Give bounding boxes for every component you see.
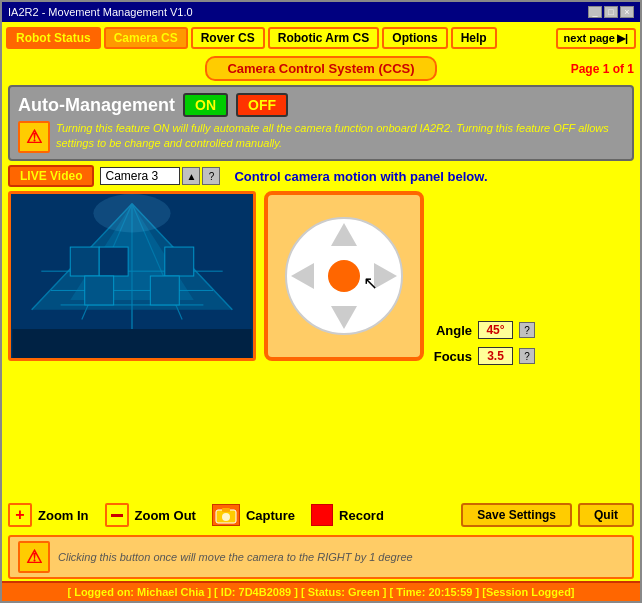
angle-label: Angle (432, 323, 472, 338)
svg-point-19 (328, 260, 360, 292)
svg-rect-12 (99, 247, 128, 276)
auto-management-description: ⚠ Turning this feature ON will fully aut… (18, 121, 624, 153)
joystick-panel: ↖ (264, 191, 424, 361)
record-label: Record (339, 508, 384, 523)
focus-help-button[interactable]: ? (519, 348, 535, 364)
bottom-controls: + Zoom In Zoom Out (8, 499, 384, 531)
page-number: Page 1 of 1 (571, 62, 634, 76)
auto-management-on-button[interactable]: ON (183, 93, 228, 117)
nav-bar: Robot Status Camera CS Rover CS Robotic … (2, 22, 640, 54)
page-header: Camera Control System (CCS) Page 1 of 1 (8, 56, 634, 81)
svg-rect-17 (12, 329, 251, 358)
next-page-icon: ▶| (617, 32, 628, 45)
auto-management-header: Auto-Management ON OFF (18, 93, 624, 117)
warning-icon: ⚠ (18, 121, 50, 153)
zoom-out-label: Zoom Out (135, 508, 196, 523)
tab-robotic-arm-cs[interactable]: Robotic Arm CS (268, 27, 380, 49)
svg-rect-15 (150, 276, 179, 305)
main-content: ↖ Angle 45° ? Focus 3.5 ? (8, 191, 634, 495)
save-quit-row: Save Settings Quit (461, 503, 634, 527)
focus-value: 3.5 (478, 347, 513, 365)
focus-label: Focus (432, 349, 472, 364)
tab-rover-cs[interactable]: Rover CS (191, 27, 265, 49)
auto-management-text: Turning this feature ON will fully autom… (56, 121, 624, 152)
minimize-button[interactable]: _ (588, 6, 602, 18)
zoom-in-icon[interactable]: + (8, 503, 32, 527)
app-window: IA2R2 - Movement Management V1.0 _ □ × R… (0, 0, 642, 603)
focus-row: Focus 3.5 ? (432, 347, 634, 365)
zoom-out-icon[interactable] (105, 503, 129, 527)
window-title: IA2R2 - Movement Management V1.0 (8, 6, 193, 18)
motion-label: Control camera motion with panel below. (234, 169, 487, 184)
zoom-in-label: Zoom In (38, 508, 89, 523)
video-feed (8, 191, 256, 361)
record-icon[interactable] (311, 504, 333, 526)
tab-options[interactable]: Options (382, 27, 447, 49)
next-page-button[interactable]: next page ▶| (556, 28, 636, 49)
record-item: Record (311, 504, 384, 526)
angle-value: 45° (478, 321, 513, 339)
angle-focus-panel: Angle 45° ? Focus 3.5 ? (432, 191, 634, 495)
system-title-button[interactable]: Camera Control System (CCS) (205, 56, 436, 81)
camera-help-button[interactable]: ? (202, 167, 220, 185)
quit-button[interactable]: Quit (578, 503, 634, 527)
status-bar: [ Logged on: Michael Chia ] [ ID: 7D4B20… (2, 581, 640, 601)
angle-help-button[interactable]: ? (519, 322, 535, 338)
save-settings-button[interactable]: Save Settings (461, 503, 572, 527)
next-page-label: next page (564, 32, 615, 44)
tab-help[interactable]: Help (451, 27, 497, 49)
title-bar-controls: _ □ × (588, 6, 634, 18)
auto-management-panel: Auto-Management ON OFF ⚠ Turning this fe… (8, 85, 634, 161)
tab-robot-status[interactable]: Robot Status (6, 27, 101, 49)
hint-bar: ⚠ Clicking this button once will move th… (8, 535, 634, 579)
camera-dropdown-button[interactable]: ▲ (182, 167, 200, 185)
svg-rect-23 (222, 508, 230, 512)
camera-select-area: ▲ ? (100, 167, 220, 185)
title-bar: IA2R2 - Movement Management V1.0 _ □ × (2, 2, 640, 22)
status-bar-text: [ Logged on: Michael Chia ] [ ID: 7D4B20… (67, 586, 574, 598)
page-area: Camera Control System (CCS) Page 1 of 1 … (2, 54, 640, 581)
svg-rect-11 (70, 247, 99, 276)
tab-camera-cs[interactable]: Camera CS (104, 27, 188, 49)
camera-select-input[interactable] (100, 167, 180, 185)
svg-point-22 (222, 513, 230, 521)
capture-item: Capture (212, 504, 295, 526)
controls-save-row: + Zoom In Zoom Out (8, 499, 634, 531)
camera-visual-svg (11, 194, 253, 358)
svg-rect-13 (165, 247, 194, 276)
svg-rect-14 (85, 276, 114, 305)
svg-point-16 (93, 194, 170, 233)
live-video-button[interactable]: LIVE Video (8, 165, 94, 187)
capture-label: Capture (246, 508, 295, 523)
auto-management-off-button[interactable]: OFF (236, 93, 288, 117)
auto-management-title: Auto-Management (18, 95, 175, 116)
svg-text:↖: ↖ (363, 273, 378, 293)
hint-text: Clicking this button once will move the … (58, 551, 413, 563)
joystick-svg[interactable]: ↖ (279, 211, 409, 341)
angle-row: Angle 45° ? (432, 321, 634, 339)
maximize-button[interactable]: □ (604, 6, 618, 18)
hint-warning-icon: ⚠ (18, 541, 50, 573)
zoom-in-item: + Zoom In (8, 503, 89, 527)
close-button[interactable]: × (620, 6, 634, 18)
camera-row: LIVE Video ▲ ? Control camera motion wit… (8, 165, 634, 187)
capture-icon[interactable] (212, 504, 240, 526)
zoom-out-item: Zoom Out (105, 503, 196, 527)
